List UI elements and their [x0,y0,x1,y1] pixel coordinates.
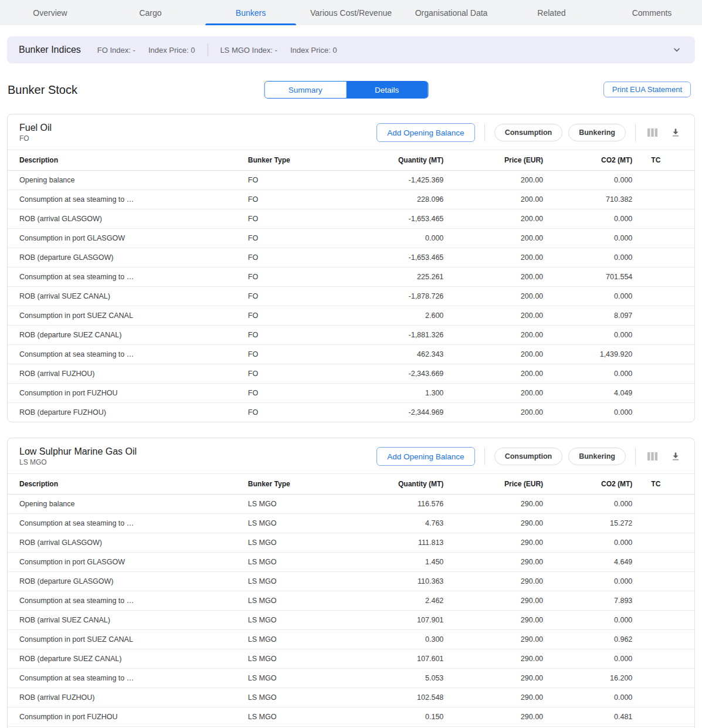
tc-cell [639,403,694,422]
price-cell: 200.00 [450,209,550,229]
co2-cell: 4.649 [550,553,639,572]
tc-cell [639,533,694,553]
table-row: ROB (arrival FUZHOU)LS MGO102.548290.000… [8,688,694,707]
column-header-co2: CO2 (MT) [550,474,639,495]
description-cell: ROB (arrival FUZHOU) [8,688,248,707]
tc-cell [639,209,694,229]
quantity-cell: -2,343.669 [354,364,450,384]
quantity-cell: 225.261 [354,268,450,287]
card-subtitle: FO [19,134,377,143]
download-icon[interactable] [669,126,683,140]
add-opening-balance-button[interactable]: Add Opening Balance [377,447,474,466]
tab-label: Various Cost/Revenue [310,8,392,18]
tc-cell [639,591,694,611]
bunker-type-cell: LS MGO [248,688,355,707]
tab-comments[interactable]: Comments [602,0,702,25]
divider [484,124,485,141]
table-row: Consumption in port SUEZ CANALLS MGO0.30… [8,630,694,649]
bunker-type-cell: LS MGO [248,553,355,572]
price-cell: 290.00 [450,707,550,727]
description-cell: Opening balance [8,171,248,190]
quantity-cell: 2.462 [354,591,450,611]
description-cell: Consumption in port GLASGOW [8,229,248,248]
table-row: ROB (departure GLASGOW)LS MGO110.363290.… [8,572,694,591]
price-cell: 290.00 [450,649,550,669]
bunker-type-cell: LS MGO [248,533,355,553]
quantity-cell: -1,425.369 [354,171,450,190]
price-cell: 200.00 [450,268,550,287]
price-cell: 200.00 [450,171,550,190]
table-row: Consumption in port GLASGOWLS MGO1.45029… [8,553,694,572]
active-tab-indicator [205,23,296,25]
add-opening-balance-button[interactable]: Add Opening Balance [377,123,474,142]
tab-overview[interactable]: Overview [0,0,100,25]
columns-icon[interactable] [645,126,659,140]
description-cell: Consumption at sea steaming to … [8,591,248,611]
divider [208,43,208,56]
tab-label: Related [537,8,565,18]
price-cell: 290.00 [450,688,550,707]
consumption-button[interactable]: Consumption [494,448,563,465]
column-header-tc: TC [639,150,694,171]
co2-cell: 710.382 [550,190,639,209]
summary-tab[interactable]: Summary [264,82,346,98]
tc-cell [639,495,694,514]
co2-cell: 0.000 [550,287,639,306]
description-cell: ROB (arrival SUEZ CANAL) [8,287,248,306]
co2-cell: 0.000 [550,248,639,268]
table-row: Consumption at sea steaming to …FO462.34… [8,345,694,364]
quantity-cell: 111.813 [354,533,450,553]
tc-cell [639,611,694,630]
co2-cell: 0.000 [550,533,639,553]
tc-cell [639,707,694,727]
print-eua-statement-button[interactable]: Print EUA Statement [603,82,691,97]
co2-cell: 1,439.920 [550,345,639,364]
bunker-indices-bar[interactable]: Bunker Indices FO Index: - Index Price: … [7,36,695,63]
table-row: ROB (departure GLASGOW)FO-1,653.465200.0… [8,248,694,268]
tab-cargo[interactable]: Cargo [100,0,201,25]
co2-cell: 0.962 [550,630,639,649]
divider [635,124,636,141]
co2-cell: 7.893 [550,591,639,611]
price-cell: 200.00 [450,326,550,345]
co2-cell: 0.000 [550,688,639,707]
price-cell: 200.00 [450,345,550,364]
tc-cell [639,630,694,649]
tab-organisational-data[interactable]: Organisational Data [401,0,501,25]
consumption-button[interactable]: Consumption [494,124,563,141]
co2-cell: 0.000 [550,611,639,630]
bunker-type-cell: FO [248,268,355,287]
quantity-cell: -1,653.465 [354,248,450,268]
quantity-cell: 107.601 [354,649,450,669]
column-header-price: Price (EUR) [450,150,550,171]
description-cell: ROB (departure SUEZ CANAL) [8,326,248,345]
chevron-down-icon[interactable] [672,45,682,55]
tab-label: Overview [33,8,67,18]
tab-label: Cargo [139,8,161,18]
price-cell: 200.00 [450,403,550,422]
tab-label: Comments [632,8,672,18]
divider [635,448,636,465]
tc-cell [639,287,694,306]
bunker-type-cell: LS MGO [248,669,355,688]
bunkering-button[interactable]: Bunkering [568,448,626,465]
bunker-type-cell: FO [248,209,355,229]
quantity-cell: 1.300 [354,384,450,403]
tab-related[interactable]: Related [501,0,602,25]
columns-icon[interactable] [645,449,659,463]
quantity-cell: 5.053 [354,669,450,688]
quantity-cell: 102.548 [354,688,450,707]
column-header-tc: TC [639,474,694,495]
tab-bunkers[interactable]: Bunkers [201,0,301,25]
tc-cell [639,326,694,345]
price-cell: 200.00 [450,287,550,306]
bunkering-button[interactable]: Bunkering [568,124,626,141]
ls-mgo-index-price-label: Index Price: 0 [290,46,337,55]
tab-various-cost-revenue[interactable]: Various Cost/Revenue [301,0,401,25]
tc-cell [639,688,694,707]
details-tab[interactable]: Details [346,82,428,98]
bunker-type-cell: LS MGO [248,514,355,533]
card-title: Fuel Oil [19,123,377,133]
download-icon[interactable] [669,449,683,463]
quantity-cell: 228.096 [354,190,450,209]
